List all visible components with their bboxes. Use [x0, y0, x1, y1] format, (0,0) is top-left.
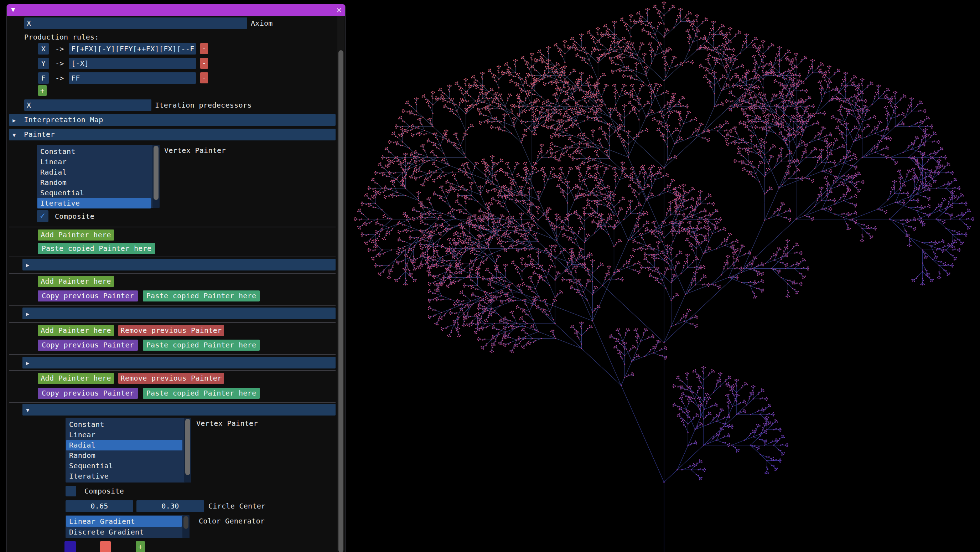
composite-checkbox[interactable]: ✓	[37, 210, 48, 222]
add-gradient-color-button[interactable]: +	[136, 541, 145, 552]
add-painter-button[interactable]: Add Painter here	[38, 230, 114, 241]
interpretation-map-title: Interpretation Map	[24, 115, 103, 124]
scrollbar-grabber[interactable]	[154, 146, 159, 200]
circle-center-y-input[interactable]: 0.30	[137, 500, 204, 512]
vertex-painter-label: Vertex Painter	[164, 145, 226, 156]
list-item[interactable]: Sequential	[66, 461, 182, 471]
scrollbar-grabber[interactable]	[185, 419, 190, 475]
iteration-predecessors-input[interactable]: X	[24, 99, 151, 111]
check-icon: ✓	[40, 211, 45, 220]
interpretation-map-header[interactable]: ▶ Interpretation Map	[9, 114, 336, 126]
painter-title: Painter	[24, 130, 54, 139]
painter-header[interactable]: ▼ Painter	[9, 129, 336, 140]
list-item-selected[interactable]: Iterative	[37, 198, 151, 209]
window-close-icon[interactable]: ✕	[334, 4, 344, 16]
list-item[interactable]: Radial	[37, 167, 151, 177]
rule-arrow: ->	[55, 58, 64, 69]
color-generator-label: Color Generator	[199, 515, 265, 527]
window-collapse-icon[interactable]: ▼	[11, 5, 15, 13]
list-scrollbar[interactable]	[182, 515, 189, 538]
list-item[interactable]: Iterative	[66, 471, 182, 482]
add-painter-button[interactable]: Add Painter here	[38, 373, 114, 384]
copy-previous-painter-button[interactable]: Copy previous Painter	[38, 388, 138, 399]
vertex-painter-type-list: Constant Linear Radial Random Sequential…	[65, 418, 191, 482]
axiom-label: Axiom	[251, 18, 273, 29]
list-item[interactable]: Linear	[66, 430, 182, 440]
separator	[9, 354, 336, 355]
list-item[interactable]: Discrete Gradient	[66, 527, 182, 538]
list-scrollbar[interactable]	[184, 418, 191, 482]
paste-painter-button[interactable]: Paste copied Painter here	[143, 290, 260, 302]
collapsed-arrow-icon: ▶	[22, 308, 33, 320]
collapsed-arrow-icon: ▶	[22, 357, 33, 369]
scrollbar-grabber[interactable]	[339, 50, 344, 552]
rule-symbol-input[interactable]: X	[38, 43, 49, 54]
add-rule-button[interactable]: +	[38, 85, 47, 96]
composite-label: Composite	[84, 485, 124, 497]
vertex-painter-type-list: Constant Linear Radial Random Sequential…	[37, 145, 160, 208]
copy-previous-painter-button[interactable]: Copy previous Painter	[38, 290, 138, 302]
list-item[interactable]: Constant	[66, 420, 182, 430]
iteration-predecessors-label: Iteration predecessors	[155, 99, 252, 111]
separator	[9, 402, 336, 403]
rule-successor-input[interactable]: F[+FX][-Y][FFY[++FX][FX][--F	[69, 43, 196, 54]
expanded-arrow-icon: ▼	[9, 129, 20, 141]
window-scrollbar[interactable]	[337, 16, 344, 552]
list-item[interactable]: Linear	[37, 157, 151, 167]
separator	[9, 257, 336, 257]
list-item[interactable]: Constant	[37, 147, 151, 157]
list-item[interactable]: Random	[66, 450, 182, 461]
list-item-selected[interactable]: Linear Gradient	[66, 516, 182, 527]
remove-previous-painter-button[interactable]: Remove previous Painter	[118, 373, 224, 384]
rule-arrow: ->	[55, 43, 64, 54]
rule-arrow: ->	[55, 72, 64, 84]
separator	[9, 227, 336, 227]
remove-rule-button[interactable]: -	[200, 58, 208, 69]
gradient-color-swatch[interactable]	[64, 541, 76, 552]
list-scrollbar[interactable]	[153, 145, 160, 208]
painter-slot-header[interactable]: ▶	[22, 357, 336, 369]
rule-successor-input[interactable]: FF	[69, 72, 196, 84]
rule-symbol-input[interactable]: F	[38, 72, 49, 84]
fractal-render-viewport[interactable]	[345, 0, 980, 552]
lsystem-settings-window: ▼ ✕ X Axiom Production rules: X -> F[+FX…	[6, 4, 345, 552]
window-titlebar[interactable]: ▼ ✕	[7, 4, 345, 16]
separator	[9, 370, 336, 371]
painter-slot-header-expanded[interactable]: ▼	[22, 404, 336, 415]
painter-slot-header[interactable]: ▶	[22, 308, 336, 319]
remove-previous-painter-button[interactable]: Remove previous Painter	[118, 325, 224, 336]
production-rules-heading: Production rules:	[24, 31, 99, 43]
separator	[9, 273, 336, 274]
collapsed-arrow-icon: ▶	[9, 115, 20, 126]
add-painter-button[interactable]: Add Painter here	[38, 325, 114, 336]
remove-rule-button[interactable]: -	[200, 43, 208, 54]
circle-center-x-input[interactable]: 0.65	[65, 500, 133, 512]
paste-painter-button[interactable]: Paste copied Painter here	[38, 243, 155, 254]
rule-symbol-input[interactable]: Y	[38, 58, 49, 69]
copy-previous-painter-button[interactable]: Copy previous Painter	[38, 340, 138, 351]
separator	[9, 322, 336, 323]
list-item-selected[interactable]: Radial	[66, 440, 182, 450]
scrollbar-grabber[interactable]	[183, 516, 188, 529]
remove-rule-button[interactable]: -	[200, 72, 208, 83]
add-painter-button[interactable]: Add Painter here	[38, 276, 114, 287]
list-item[interactable]: Sequential	[37, 188, 151, 198]
rule-successor-input[interactable]: [-X]	[69, 58, 196, 69]
composite-checkbox[interactable]	[65, 486, 76, 496]
composite-label: Composite	[55, 211, 94, 222]
separator	[9, 305, 336, 306]
axiom-input[interactable]: X	[24, 18, 247, 29]
color-generator-list: Linear Gradient Discrete Gradient	[65, 515, 189, 538]
collapsed-arrow-icon: ▶	[22, 259, 33, 271]
gradient-color-swatch[interactable]	[100, 541, 111, 552]
painter-slot-header[interactable]: ▶	[22, 259, 336, 270]
paste-painter-button[interactable]: Paste copied Painter here	[143, 388, 260, 399]
circle-center-label: Circle Center	[208, 500, 266, 512]
expanded-arrow-icon: ▼	[22, 404, 33, 416]
list-item[interactable]: Random	[37, 177, 151, 188]
paste-painter-button[interactable]: Paste copied Painter here	[143, 340, 260, 351]
vertex-painter-label: Vertex Painter	[196, 418, 258, 429]
